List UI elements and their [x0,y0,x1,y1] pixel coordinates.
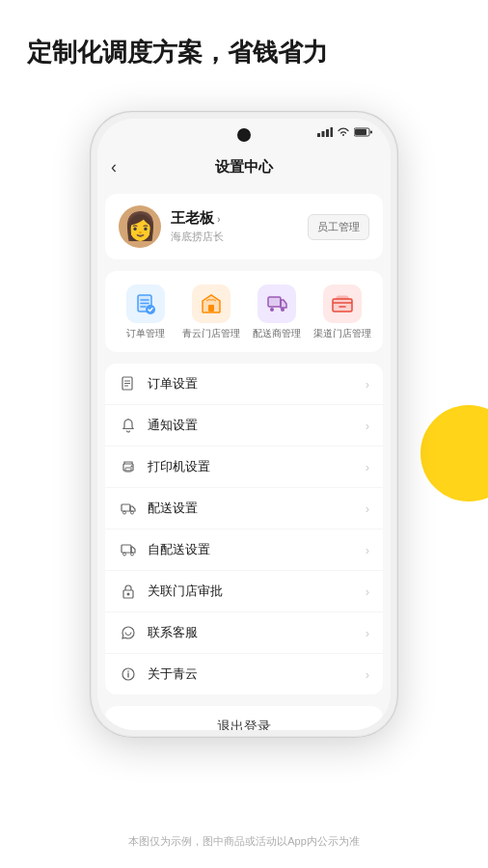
phone-frame: ‹ 设置中心 👩 王老板 › 海底捞店长 [90,111,398,738]
menu-item-delivery-settings[interactable]: 配送设置 › [105,488,383,529]
order-settings-label: 订单设置 [148,375,366,393]
svg-point-17 [281,308,285,312]
disclaimer-text: 本图仅为示例，图中商品或活动以App内公示为准 [0,834,488,849]
order-settings-icon [119,374,138,393]
status-icons [317,127,373,137]
svg-rect-32 [122,545,131,553]
phone-inner: ‹ 设置中心 👩 王老板 › 海底捞店长 [92,113,396,736]
order-settings-arrow: › [366,377,369,392]
customer-service-label: 联系客服 [148,624,366,641]
svg-point-39 [127,671,129,673]
battery-icon [354,127,373,137]
self-delivery-settings-label: 自配送设置 [148,541,366,558]
menu-item-customer-service[interactable]: 联系客服 › [105,612,383,654]
avatar-image: 👩 [123,213,157,240]
menu-item-order-settings[interactable]: 订单设置 › [105,364,383,405]
printer-settings-icon [119,457,138,476]
svg-rect-14 [268,297,281,307]
user-info: 👩 王老板 › 海底捞店长 [119,205,224,248]
svg-point-30 [123,511,126,514]
user-subtitle: 海底捞店长 [171,230,224,244]
about-arrow: › [366,667,369,682]
svg-rect-6 [370,131,372,134]
icon-item-order-mgmt[interactable]: 订单管理 [117,285,175,339]
store-close-approval-icon [119,582,138,601]
user-name: 王老板 › [171,209,224,228]
store-close-approval-label: 关联门店审批 [148,583,366,600]
signal-icon [317,127,333,137]
notify-settings-arrow: › [366,419,369,433]
menu-item-store-close-approval[interactable]: 关联门店审批 › [105,571,383,612]
svg-rect-18 [333,299,352,312]
notify-settings-label: 通知设置 [148,417,366,434]
menu-list: 订单设置 › 通知设置 › [105,364,383,694]
delivery-mgmt-icon [258,285,296,323]
user-text: 王老板 › 海底捞店长 [171,209,224,244]
page-headline: 定制化调度方案，省钱省力 [27,35,328,69]
order-mgmt-icon [126,285,165,323]
staff-management-button[interactable]: 员工管理 [308,214,369,240]
header-title: 设置中心 [215,158,273,176]
menu-item-about[interactable]: 关于青云 › [105,654,383,694]
qingyun-store-icon [192,285,230,323]
store-close-approval-arrow: › [366,584,369,599]
delivery-settings-arrow: › [366,502,369,516]
delivery-settings-label: 配送设置 [148,500,366,517]
icon-item-qingyun-store[interactable]: 青云门店管理 [182,285,240,339]
self-delivery-settings-arrow: › [366,543,369,557]
channel-store-label: 渠道门店管理 [313,328,371,339]
delivery-mgmt-label: 配送商管理 [253,328,301,339]
wifi-icon [337,127,350,137]
svg-rect-13 [208,305,214,312]
icon-grid: 订单管理 青云门店管理 [105,271,383,352]
svg-rect-2 [326,129,329,137]
printer-settings-arrow: › [366,460,369,475]
channel-store-icon [323,285,362,323]
qingyun-store-label: 青云门店管理 [182,328,240,339]
order-mgmt-label: 订单管理 [126,328,165,339]
camera-hole [237,128,251,142]
svg-point-31 [131,511,134,514]
user-section[interactable]: 👩 王老板 › 海底捞店长 员工管理 [105,194,383,259]
svg-rect-1 [322,131,325,137]
menu-item-notify-settings[interactable]: 通知设置 › [105,405,383,447]
customer-service-icon [119,623,138,642]
avatar: 👩 [119,205,161,248]
app-header: ‹ 设置中心 [97,146,391,188]
svg-point-34 [131,553,134,556]
logout-button[interactable]: 退出登录 [105,706,383,730]
phone-screen: ‹ 设置中心 👩 王老板 › 海底捞店长 [97,119,391,730]
svg-point-33 [123,553,126,556]
self-delivery-settings-icon [119,540,138,559]
svg-rect-0 [317,133,320,137]
icon-item-delivery-mgmt[interactable]: 配送商管理 [248,285,306,339]
about-icon [119,665,138,684]
icon-item-channel-store[interactable]: 渠道门店管理 [313,285,371,339]
svg-point-16 [270,308,274,312]
svg-point-28 [131,466,133,468]
menu-item-printer-settings[interactable]: 打印机设置 › [105,447,383,488]
customer-service-arrow: › [366,626,369,640]
delivery-settings-icon [119,499,138,518]
svg-point-36 [127,593,130,596]
printer-settings-label: 打印机设置 [148,458,366,475]
svg-rect-3 [331,127,334,137]
menu-item-self-delivery-settings[interactable]: 自配送设置 › [105,529,383,571]
svg-rect-5 [355,129,366,135]
about-label: 关于青云 [148,665,366,683]
notify-settings-icon [119,416,138,435]
app-content: ‹ 设置中心 👩 王老板 › 海底捞店长 [97,146,391,730]
back-button[interactable]: ‹ [111,157,117,177]
svg-rect-29 [122,504,130,511]
